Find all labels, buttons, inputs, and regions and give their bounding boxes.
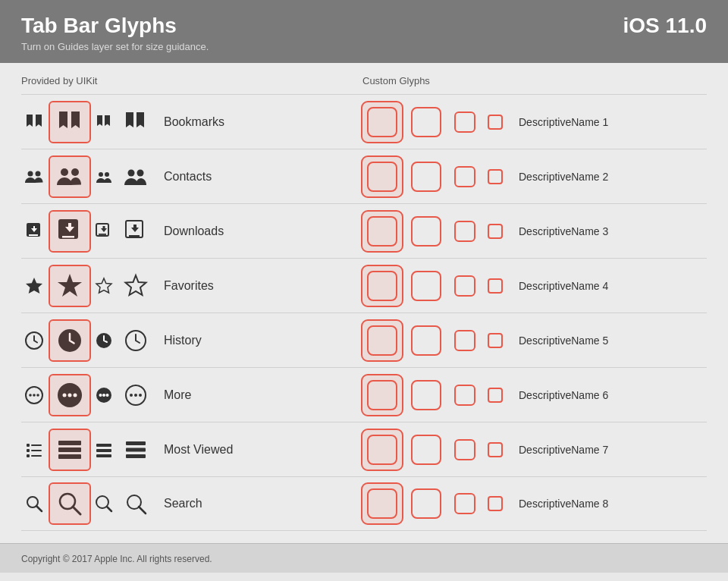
search-icon-md2 <box>120 488 152 520</box>
history-icon-md2 <box>120 325 152 356</box>
downloads-label: Downloads <box>164 225 247 238</box>
custom-history: DescriptiveName 5 <box>362 321 707 360</box>
row-contacts: Contacts DescriptiveName 2 <box>21 149 707 203</box>
contacts-icon-md2 <box>120 161 152 193</box>
most-viewed-icon-sm <box>21 437 47 463</box>
custom-more: DescriptiveName 6 <box>362 375 707 415</box>
svg-point-26 <box>33 394 36 397</box>
custom-history-sm <box>484 329 507 352</box>
custom-contacts-sm <box>484 165 507 188</box>
row-history: History DescriptiveName 5 <box>21 312 707 367</box>
favorites-icon-sm <box>21 273 47 299</box>
uikit-section-header: Provided by UIKit <box>21 75 362 86</box>
custom-downloads-md <box>450 217 479 246</box>
search-icon-sm2 <box>93 492 115 515</box>
custom-most-viewed-lg-sel <box>362 430 402 470</box>
svg-marker-17 <box>58 274 82 297</box>
svg-rect-41 <box>31 444 42 446</box>
svg-rect-11 <box>62 236 74 238</box>
svg-point-33 <box>99 394 102 397</box>
svg-rect-15 <box>129 235 140 237</box>
footer-text: Copyright © 2017 Apple Inc. All rights r… <box>21 554 212 564</box>
svg-point-4 <box>99 172 103 177</box>
custom-contacts-md <box>450 162 479 191</box>
header-subtitle: Turn on Guides layer set for size guidan… <box>21 41 707 52</box>
contacts-icon-md-selected <box>52 159 88 195</box>
more-icon-sm <box>21 382 47 408</box>
custom-bookmarks-md <box>450 108 479 137</box>
custom-search-lg <box>406 484 446 523</box>
svg-line-58 <box>73 507 80 514</box>
row-downloads: Downloads DescriptiveName 3 <box>21 203 707 258</box>
bookmarks-label: Bookmarks <box>164 115 247 129</box>
page-title: Tab Bar Glyphs <box>21 14 177 38</box>
row-search: Search DescriptiveName 8 <box>21 476 707 531</box>
custom-most-viewed-label: DescriptiveName 7 <box>519 444 608 456</box>
custom-search-md <box>450 489 479 518</box>
history-icon-md-selected <box>52 322 88 359</box>
downloads-icon-md-selected <box>52 213 88 250</box>
svg-point-5 <box>105 172 109 177</box>
downloads-icon-sm <box>21 218 47 244</box>
version-label: iOS 11.0 <box>623 14 707 38</box>
uikit-contacts: Contacts <box>21 159 362 195</box>
custom-contacts-lg <box>406 157 446 196</box>
custom-search-lg-sel <box>362 484 402 523</box>
search-icon-sm <box>21 491 47 517</box>
most-viewed-icon-md-selected <box>52 432 88 468</box>
custom-history-lg <box>406 321 446 360</box>
row-most-viewed: Most Viewed DescriptiveName 7 <box>21 422 707 476</box>
most-viewed-icon-sm2 <box>93 438 115 461</box>
svg-point-7 <box>137 169 144 176</box>
header: Tab Bar Glyphs iOS 11.0 Turn on Guides l… <box>0 0 728 63</box>
svg-point-27 <box>36 394 39 397</box>
svg-rect-48 <box>58 454 81 459</box>
custom-downloads-label: DescriptiveName 3 <box>519 225 608 237</box>
search-label: Search <box>164 497 247 510</box>
svg-rect-40 <box>27 444 30 447</box>
svg-point-2 <box>61 168 68 176</box>
uikit-bookmarks: Bookmarks <box>21 104 362 140</box>
custom-contacts-label: DescriptiveName 2 <box>519 171 608 183</box>
custom-bookmarks-label: DescriptiveName 1 <box>519 116 608 128</box>
contacts-icon-sm <box>21 164 47 190</box>
bookmarks-icon-sm2 <box>93 111 115 133</box>
svg-point-6 <box>128 169 135 176</box>
custom-most-viewed-sm <box>484 438 507 461</box>
custom-history-lg-sel <box>362 321 402 360</box>
history-icon-sm <box>21 328 47 353</box>
bookmarks-icon-md2 <box>120 106 152 138</box>
custom-section-header: Custom Glyphs <box>362 75 707 86</box>
custom-contacts-lg-sel <box>362 157 402 196</box>
svg-rect-42 <box>27 449 30 452</box>
downloads-icon-md2 <box>120 215 152 247</box>
more-icon-sm2 <box>93 384 115 407</box>
custom-search-sm <box>484 492 507 515</box>
history-icon-sm2 <box>93 329 115 352</box>
svg-marker-16 <box>26 278 42 294</box>
uikit-most-viewed: Most Viewed <box>21 432 362 468</box>
row-more: More DescriptiveName 6 <box>21 367 707 422</box>
custom-favorites-lg-sel <box>362 266 402 306</box>
svg-rect-49 <box>96 444 111 447</box>
favorites-icon-sm2 <box>93 275 115 297</box>
main-content: Provided by UIKit Custom Glyphs <box>0 63 728 543</box>
bookmarks-icon-sm <box>21 109 47 135</box>
custom-history-md <box>450 326 479 355</box>
svg-marker-19 <box>126 275 146 295</box>
custom-more-sm <box>484 384 507 407</box>
favorites-icon-md-selected <box>52 268 88 304</box>
more-label: More <box>164 388 247 402</box>
svg-point-29 <box>63 393 67 397</box>
history-label: History <box>164 334 247 347</box>
svg-rect-53 <box>126 448 146 451</box>
svg-rect-51 <box>96 454 111 457</box>
custom-bookmarks-lg <box>406 102 446 142</box>
svg-line-62 <box>139 507 146 513</box>
uikit-favorites: Favorites <box>21 268 362 304</box>
svg-point-39 <box>139 394 142 397</box>
custom-search: DescriptiveName 8 <box>362 484 707 523</box>
favorites-icon-md2 <box>120 270 152 302</box>
custom-contacts: DescriptiveName 2 <box>362 157 707 196</box>
custom-bookmarks-lg-sel <box>362 102 402 142</box>
